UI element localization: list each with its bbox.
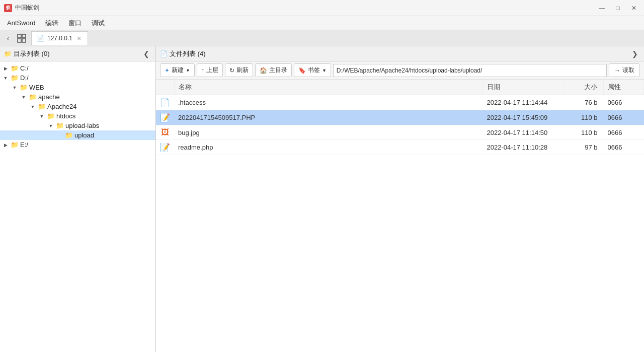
grid-icon <box>17 34 26 43</box>
folder-icon-upload: 📁 <box>65 131 73 139</box>
tree-toggle-c: ▶ <box>2 65 9 72</box>
file-icon-cell: 📝 <box>156 110 174 125</box>
tab-back-button[interactable]: ‹ <box>2 32 14 44</box>
path-input[interactable] <box>333 64 607 77</box>
tree-item-htdocs[interactable]: ▼ 📁 htdocs <box>0 111 155 121</box>
col-header-attr: 属性 <box>604 80 644 95</box>
tree-label-apache: apache <box>38 93 60 101</box>
col-header-name: 名称 <box>174 80 483 95</box>
tree-item-web[interactable]: ▼ 📁 WEB <box>0 83 155 92</box>
main-layout: 📁 目录列表 (0) ❮ ▶ 📁 C:/ ▼ 📁 D:/ ▼ 📁 W <box>0 46 644 352</box>
folder-icon-uploadlabs: 📁 <box>56 122 64 129</box>
tree-item-apache24[interactable]: ▼ 📁 Apache24 <box>0 102 155 111</box>
table-row[interactable]: 📝 readme.php 2022-04-17 11:10:28 97 b 06… <box>156 140 644 155</box>
right-panel-header: 📄 文件列表 (4) ❯ <box>156 46 644 61</box>
menubar: AntSword 编辑 窗口 调试 <box>0 16 644 30</box>
col-header-icon <box>156 80 174 95</box>
tab-grid-button[interactable] <box>14 32 29 44</box>
directory-tree: ▶ 📁 C:/ ▼ 📁 D:/ ▼ 📁 WEB ▼ 📁 apache <box>0 61 155 352</box>
up-icon: ↑ <box>201 67 204 74</box>
maximize-button[interactable]: □ <box>612 3 624 13</box>
bookmark-button[interactable]: 🔖 书签 ▼ <box>294 63 331 77</box>
read-label: 读取 <box>622 66 634 75</box>
titlebar: 蚁 中国蚁剑 — □ ✕ <box>0 0 644 16</box>
folder-icon-apache: 📁 <box>29 93 37 101</box>
new-dropdown-icon: ▼ <box>186 68 190 73</box>
bookmark-icon: 🔖 <box>298 67 306 74</box>
tree-item-c[interactable]: ▶ 📁 C:/ <box>0 63 155 73</box>
app-title: 中国蚁剑 <box>15 4 596 12</box>
home-icon: 🏠 <box>260 67 267 74</box>
app-icon: 蚁 <box>4 4 12 12</box>
tree-item-uploadlabs[interactable]: ▼ 📁 upload-labs <box>0 121 155 130</box>
menu-antsword[interactable]: AntSword <box>2 17 40 29</box>
tab-label: 127.0.0.1 <box>47 35 72 42</box>
tree-toggle-apache24: ▼ <box>29 103 36 110</box>
folder-icon-apache24: 📁 <box>38 103 46 110</box>
read-button[interactable]: → 读取 <box>609 63 640 77</box>
tree-item-apache[interactable]: ▼ 📁 apache <box>0 92 155 102</box>
new-icon: ✦ <box>165 67 170 74</box>
svg-rect-1 <box>22 34 26 38</box>
file-name: bug.jpg <box>174 125 483 140</box>
tree-item-upload[interactable]: ▶ 📁 upload <box>0 130 155 140</box>
left-panel: 📁 目录列表 (0) ❮ ▶ 📁 C:/ ▼ 📁 D:/ ▼ 📁 W <box>0 46 156 352</box>
table-row[interactable]: 📝 20220417154509517.PHP 2022-04-17 15:45… <box>156 110 644 125</box>
file-date: 2022-04-17 11:14:50 <box>483 125 564 140</box>
up-button[interactable]: ↑ 上层 <box>197 63 223 77</box>
tree-label-uploadlabs: upload-labs <box>65 122 99 129</box>
folder-icon-c: 📁 <box>11 64 19 72</box>
folder-icon-htdocs: 📁 <box>47 112 55 120</box>
minimize-button[interactable]: — <box>596 3 608 13</box>
file-attr: 0666 <box>604 95 644 110</box>
file-name: readme.php <box>174 140 483 155</box>
table-row[interactable]: 🖼 bug.jpg 2022-04-17 11:14:50 110 b 0666 <box>156 125 644 140</box>
home-button[interactable]: 🏠 主目录 <box>255 63 292 77</box>
file-icon-cell: 📝 <box>156 140 174 155</box>
tree-toggle-uploadlabs: ▼ <box>47 122 54 129</box>
left-panel-collapse-button[interactable]: ❮ <box>141 49 151 59</box>
file-type-icon: 📝 <box>160 113 170 122</box>
tree-toggle-htdocs: ▼ <box>38 113 45 120</box>
file-table: 名称 日期 大小 属性 📄 .htaccess 2022-04-17 11:14… <box>156 80 644 352</box>
table-row[interactable]: 📄 .htaccess 2022-04-17 11:14:44 76 b 066… <box>156 95 644 110</box>
right-panel-collapse-button[interactable]: ❯ <box>630 49 640 59</box>
table-header-row: 名称 日期 大小 属性 <box>156 80 644 95</box>
right-panel: 📄 文件列表 (4) ❯ ✦ 新建 ▼ ↑ 上层 ↻ 刷新 🏠 主目录 <box>156 46 644 352</box>
up-label: 上层 <box>206 66 218 75</box>
refresh-label: 刷新 <box>236 66 249 75</box>
tree-label-e: E:/ <box>20 141 28 149</box>
right-panel-title: 文件列表 (4) <box>170 49 206 58</box>
file-attr: 0666 <box>604 140 644 155</box>
main-tab[interactable]: 📄 127.0.0.1 ✕ <box>31 31 88 45</box>
menu-debug[interactable]: 调试 <box>87 17 110 30</box>
tab-close-button[interactable]: ✕ <box>75 35 83 42</box>
col-header-size: 大小 <box>564 80 604 95</box>
bookmark-dropdown-icon: ▼ <box>322 68 327 73</box>
file-toolbar: ✦ 新建 ▼ ↑ 上层 ↻ 刷新 🏠 主目录 🔖 书签 ▼ <box>156 61 644 80</box>
file-size: 76 b <box>564 95 604 110</box>
refresh-icon: ↻ <box>229 67 234 74</box>
file-size: 110 b <box>564 125 604 140</box>
home-label: 主目录 <box>269 66 287 75</box>
refresh-button[interactable]: ↻ 刷新 <box>225 63 253 77</box>
menu-edit[interactable]: 编辑 <box>40 17 63 30</box>
tree-toggle-d: ▼ <box>2 75 9 82</box>
tree-item-e[interactable]: ▶ 📁 E:/ <box>0 140 155 150</box>
tree-toggle-apache: ▼ <box>20 94 27 101</box>
svg-rect-0 <box>18 34 21 38</box>
file-type-icon: 🖼 <box>161 128 169 136</box>
file-icon-cell: 📄 <box>156 95 174 110</box>
col-header-date: 日期 <box>483 80 564 95</box>
tree-label-upload: upload <box>74 131 94 139</box>
menu-window[interactable]: 窗口 <box>63 17 87 30</box>
left-panel-title: 目录列表 (0) <box>14 49 50 58</box>
bookmark-label: 书签 <box>308 66 320 75</box>
close-button[interactable]: ✕ <box>628 3 640 13</box>
tree-toggle-web: ▼ <box>11 84 18 91</box>
svg-rect-2 <box>18 39 21 42</box>
new-button[interactable]: ✦ 新建 ▼ <box>160 63 195 77</box>
tree-label-web: WEB <box>29 84 44 91</box>
tree-item-d[interactable]: ▼ 📁 D:/ <box>0 73 155 83</box>
file-type-icon: 📝 <box>160 143 170 152</box>
